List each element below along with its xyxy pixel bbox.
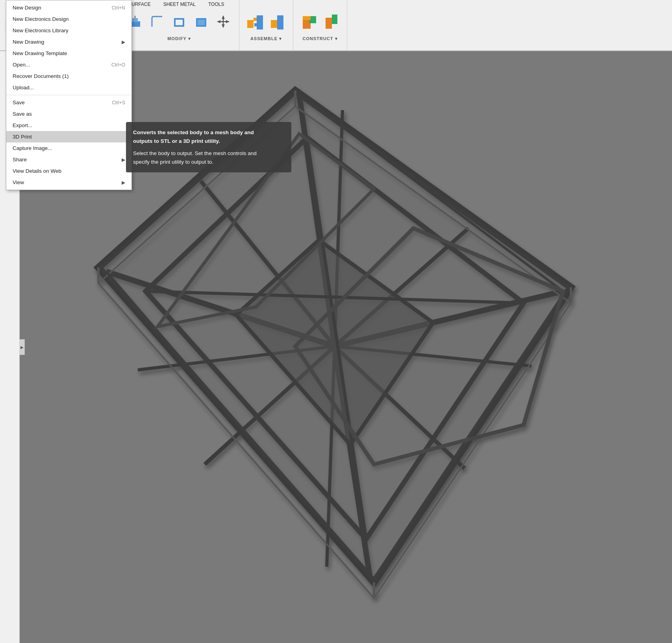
tooltip-bold-1: Converts the selected body to a mesh bod… — [133, 129, 254, 135]
save-as-label: Save as — [13, 111, 32, 117]
svg-rect-26 — [254, 23, 263, 26]
separator-1 — [6, 95, 131, 95]
fillet-icon — [150, 14, 165, 29]
new-electronics-library-item[interactable]: New Electronics Library — [6, 25, 131, 36]
open-label: Open... — [13, 62, 30, 68]
save-shortcut: Ctrl+S — [112, 100, 125, 105]
svg-rect-28 — [277, 15, 283, 30]
3d-print-item[interactable]: 3D Print — [6, 131, 131, 142]
tooltip-line2: outputs to STL or a 3D print utility. — [133, 137, 284, 146]
save-label: Save — [13, 100, 25, 105]
share-arrow: ▶ — [122, 157, 125, 163]
svg-marker-21 — [217, 20, 220, 23]
svg-marker-22 — [226, 20, 229, 23]
fillet-button[interactable] — [147, 9, 167, 34]
open-shortcut: Ctrl+O — [111, 62, 125, 68]
new-electronics-design-label: New Electronics Design — [13, 16, 69, 22]
svg-rect-27 — [271, 20, 277, 28]
move-icon — [216, 14, 231, 29]
save-item[interactable]: Save Ctrl+S — [6, 97, 131, 108]
view-details-item[interactable]: View Details on Web — [6, 165, 131, 177]
chamfer-button[interactable] — [191, 9, 211, 34]
construct-section: CONSTRUCT ▾ — [293, 0, 347, 50]
construct2-icon — [322, 12, 341, 31]
joint-icon — [246, 12, 265, 31]
shell-button[interactable] — [169, 9, 189, 34]
tools-menu[interactable]: TOOLS — [206, 1, 226, 8]
share-item[interactable]: Share ▶ — [6, 154, 131, 165]
new-drawing-template-item[interactable]: New Drawing Template — [6, 48, 131, 59]
export-label: Export... — [13, 122, 32, 128]
construct1-icon — [300, 12, 318, 31]
svg-marker-19 — [222, 16, 225, 19]
capture-image-item[interactable]: Capture Image... — [6, 142, 131, 154]
view-arrow: ▶ — [122, 180, 125, 185]
recover-documents-item[interactable]: Recover Documents (1) — [6, 70, 131, 82]
assemble2-button[interactable] — [267, 9, 287, 34]
svg-rect-14 — [176, 20, 183, 25]
save-as-item[interactable]: Save as — [6, 108, 131, 120]
construct1-button[interactable] — [299, 9, 319, 34]
joint-button[interactable] — [245, 9, 265, 34]
upload-label: Upload... — [13, 85, 34, 91]
tooltip-line4: Select the body to output. Set the mesh … — [133, 149, 284, 158]
svg-marker-20 — [222, 24, 225, 28]
chamfer-icon — [194, 14, 209, 29]
new-drawing-item[interactable]: New Drawing ▶ — [6, 36, 131, 48]
export-item[interactable]: Export... — [6, 120, 131, 131]
new-design-shortcut: Ctrl+N — [112, 5, 125, 11]
expand-icon: ▶ — [20, 345, 24, 349]
modify-label: MODIFY ▾ — [167, 36, 191, 41]
open-item[interactable]: Open... Ctrl+O — [6, 59, 131, 70]
new-drawing-template-label: New Drawing Template — [13, 50, 67, 56]
svg-rect-33 — [332, 15, 337, 24]
share-label: Share — [13, 157, 27, 163]
new-electronics-library-label: New Electronics Library — [13, 28, 68, 33]
new-electronics-design-item[interactable]: New Electronics Design — [6, 13, 131, 25]
file-dropdown-menu: New Design Ctrl+N New Electronics Design… — [6, 0, 132, 190]
assemble-section: ASSEMBLE ▾ — [239, 0, 293, 50]
svg-rect-32 — [326, 18, 332, 29]
menu-bar: SURFACE SHEET METAL TOOLS — [126, 0, 226, 9]
new-design-item[interactable]: New Design Ctrl+N — [6, 2, 131, 13]
assemble2-icon — [268, 12, 287, 31]
move-button[interactable] — [213, 9, 233, 34]
recover-documents-label: Recover Documents (1) — [13, 73, 69, 79]
svg-rect-25 — [257, 15, 263, 30]
tooltip-line5: specify the print utility to output to. — [133, 158, 284, 166]
construct2-button[interactable] — [321, 9, 341, 34]
capture-image-label: Capture Image... — [13, 145, 52, 151]
svg-rect-11 — [132, 18, 138, 22]
view-item[interactable]: View ▶ — [6, 177, 131, 188]
svg-rect-23 — [247, 20, 254, 28]
svg-rect-31 — [303, 16, 311, 20]
assemble-label: ASSEMBLE ▾ — [250, 36, 282, 41]
tooltip-line1: Converts the selected body to a mesh bod… — [133, 128, 284, 137]
construct-label: CONSTRUCT ▾ — [302, 36, 337, 41]
new-drawing-arrow: ▶ — [122, 39, 125, 45]
shell-icon — [172, 14, 187, 29]
svg-rect-16 — [198, 20, 205, 25]
new-drawing-label: New Drawing — [13, 39, 44, 45]
tooltip-bold-2: outputs to STL or a 3D print utility. — [133, 138, 220, 144]
expand-panel-button[interactable]: ▶ — [19, 339, 25, 355]
upload-item[interactable]: Upload... — [6, 82, 131, 93]
new-design-label: New Design — [13, 5, 41, 11]
view-label: View — [13, 179, 24, 185]
3d-print-label: 3D Print — [13, 134, 32, 140]
tooltip-3d-print: Converts the selected body to a mesh bod… — [126, 122, 291, 172]
sheet-metal-menu[interactable]: SHEET METAL — [161, 1, 198, 8]
view-details-label: View Details on Web — [13, 168, 61, 174]
